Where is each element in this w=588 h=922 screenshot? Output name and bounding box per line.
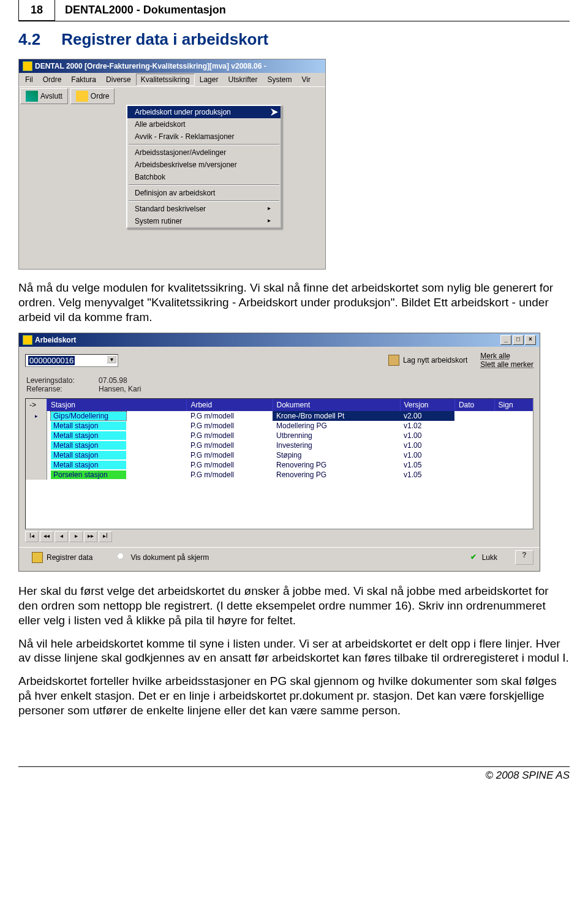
nav-prev-icon[interactable]: ◂ [55,531,68,542]
menu-lager[interactable]: Lager [195,74,224,86]
ordre-button[interactable]: Ordre [70,88,115,104]
menu-vir[interactable]: Vir [296,74,315,86]
table-row[interactable]: Metall stasjonP.G m/modellModellering PG… [26,421,533,431]
window-controls[interactable]: _ □ × [500,335,536,345]
col-dato[interactable]: Dato [454,399,494,411]
col-[interactable]: -> [26,399,47,411]
window-title: DENTAL 2000 [Ordre-Fakturering-Kvalitets… [35,62,266,70]
referanse-label: Referanse: [26,385,94,393]
dokument-cell: Modellering PG [273,421,400,431]
table-row[interactable]: Metall stasjonP.G m/modellRenovering PGv… [26,460,533,470]
versjon-cell: v1.05 [400,470,454,480]
menu-item[interactable]: System rutiner [127,215,281,227]
menu-faktura[interactable]: Faktura [66,74,101,86]
maximize-icon[interactable]: □ [513,335,524,345]
menu-item[interactable]: Avvik - Fravik - Reklamasjoner [127,130,281,143]
dokument-cell: Renovering PG [273,460,400,470]
window-title-2: Arbeidskort [35,336,76,344]
table-row[interactable]: Metall stasjonP.G m/modellInvesteringv1.… [26,440,533,450]
record-navigator[interactable]: I◂ ◂◂ ◂ ▸ ▸▸ ▸I [19,529,540,547]
menu-item[interactable]: Alle arbeidskort [127,118,281,130]
table-row[interactable]: ▸Gips/ModelleringP.G m/modellKrone-/Bro … [26,411,533,421]
lukk-button[interactable]: ✔ Lukk [462,551,504,564]
col-stasjon[interactable]: Stasjon [47,399,187,411]
row-gutter [26,470,47,480]
kvalitetssikring-dropdown[interactable]: Arbeidskort under produksjonAlle arbeids… [126,105,282,229]
col-versjon[interactable]: Versjon [400,399,454,411]
stasjon-cell: Metall stasjon [51,431,126,440]
paragraph-1: Nå må du velge modulen for kvalitetssikr… [18,281,570,324]
menu-item[interactable]: Batchbok [127,171,281,183]
sign-cell [494,460,532,470]
menu-item[interactable]: Arbeidsbeskrivelse m/versjoner [127,159,281,171]
menu-separator [129,184,279,186]
table-row[interactable]: Porselen stasjonP.G m/modellRenovering P… [26,470,533,480]
row-gutter [26,421,47,431]
menu-diverse[interactable]: Diverse [101,74,136,86]
section-number: 4.2 [18,30,40,49]
row-gutter [26,450,47,460]
menubar[interactable]: FilOrdreFakturaDiverseKvalitetssikringLa… [19,73,325,86]
col-arbeid[interactable]: Arbeid [187,399,273,411]
dskort-button[interactable]: dskort [276,84,322,100]
dokument-cell: Renovering PG [273,470,400,480]
merk-alle-link[interactable]: Merk alle [480,352,533,360]
versjon-cell: v1.00 [400,440,454,450]
menu-fil[interactable]: Fil [20,74,38,86]
ordre-label: Ordre [91,92,110,100]
menu-utskrifter[interactable]: Utskrifter [223,74,262,86]
section-title: Registrer data i arbeidskort [61,30,268,49]
sign-cell [494,421,532,431]
menu-item[interactable]: Arbeidskort under produksjon [127,106,281,118]
table-row[interactable]: Metall stasjonP.G m/modellUtbrenningv1.0… [26,431,533,440]
sign-cell [494,440,532,450]
avslutt-button[interactable]: Avslutt [20,88,68,104]
nav-first-icon[interactable]: I◂ [25,531,39,542]
dato-cell [454,411,494,421]
stasjon-cell: Gips/Modellering [51,412,126,420]
registrer-data-button[interactable]: Registrer data [25,550,99,565]
row-gutter: ▸ [26,411,47,421]
menu-system[interactable]: System [262,74,296,86]
row-gutter [26,440,47,450]
menu-item[interactable]: Arbeidsstasjoner/Avdelinger [127,146,281,159]
slett-merker-link[interactable]: Slett alle merker [480,360,533,369]
section-heading: 4.2 Registrer data i arbeidskort [18,30,570,49]
nav-nextpage-icon[interactable]: ▸▸ [84,531,97,542]
arbeidskort-grid[interactable]: ->StasjonArbeidDokumentVersjonDatoSign ▸… [25,398,533,529]
order-combo-value: 0000000016 [28,356,75,365]
help-button[interactable]: ? [515,550,533,565]
nav-prevpage-icon[interactable]: ◂◂ [40,531,53,542]
versjon-cell: v1.02 [400,421,454,431]
app-icon [23,61,32,71]
minimize-icon[interactable]: _ [500,335,511,345]
close-icon[interactable]: × [525,335,536,345]
dokument-cell: Støping [273,450,400,460]
versjon-cell: v1.05 [400,460,454,470]
paragraph-4: Arbeidskortet forteller hvilke arbeidsst… [18,674,570,717]
menu-ordre[interactable]: Ordre [38,74,67,86]
sign-cell [494,450,532,460]
vis-dokument-button[interactable]: Vis dokument på skjerm [110,551,216,564]
check-icon: ✔ [469,553,478,562]
sign-cell [494,411,532,421]
lag-nytt-button[interactable]: Lag nytt arbeidskort [382,353,474,368]
menu-kvalitetssikring[interactable]: Kvalitetssikring [136,74,195,86]
nav-last-icon[interactable]: ▸I [99,531,112,542]
arbeid-cell: P.G m/modell [187,411,273,421]
dato-cell [454,440,494,450]
page-header: 18 DENTAL2000 - Dokumentasjon [18,0,570,21]
nav-next-icon[interactable]: ▸ [69,531,83,542]
dokument-cell: Utbrenning [273,431,400,440]
order-combo[interactable]: 0000000016 [25,354,118,367]
app-icon [23,335,32,345]
paragraph-2: Her skal du først velge det arbeidskorte… [18,584,570,627]
folder-open-icon [32,552,43,563]
col-dokument[interactable]: Dokument [273,399,400,411]
row-gutter [26,431,47,440]
menu-item[interactable]: Standard beskrivelser [127,203,281,215]
sign-cell [494,431,532,440]
table-row[interactable]: Metall stasjonP.G m/modellStøpingv1.00 [26,450,533,460]
col-sign[interactable]: Sign [494,399,532,411]
menu-item[interactable]: Definisjon av arbeidskort [127,187,281,199]
